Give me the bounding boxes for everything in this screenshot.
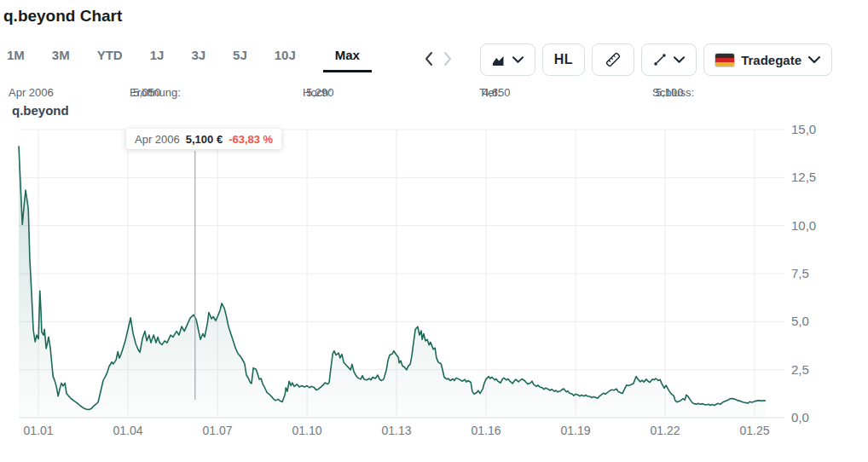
x-axis-label: 01.25: [739, 424, 769, 437]
x-axis-label: 01.01: [24, 424, 54, 437]
x-axis-label: 01.22: [650, 424, 680, 437]
x-axis-label: 01.16: [472, 424, 501, 437]
tooltip-price: 5,100 €: [186, 133, 223, 146]
chart-tooltip: Apr 2006 5,100 € -63,83 %: [126, 129, 281, 149]
y-axis-label: 15,0: [791, 122, 816, 136]
x-axis-label: 01.19: [561, 424, 591, 437]
x-axis-label: 01.13: [382, 424, 412, 437]
y-axis-label: 7,5: [791, 266, 809, 280]
y-axis-label: 10,0: [791, 218, 816, 233]
x-axis-label: 01.10: [292, 424, 322, 437]
area-fill: [19, 146, 766, 418]
qbeyond-chart-widget: q.beyond Chart 1M 3M YTD 1J 3J 5J 10J Ma…: [0, 0, 868, 462]
y-axis-label: 5,0: [791, 314, 809, 328]
y-axis-label: 12,5: [791, 170, 816, 184]
x-axis-label: 01.07: [203, 424, 233, 437]
y-axis-label: 0,0: [791, 410, 809, 424]
x-axis-label: 01.04: [113, 424, 143, 437]
y-axis-label: 2,5: [791, 362, 809, 377]
price-chart[interactable]: 0,02,55,07,510,012,515,001.0101.0401.070…: [0, 0, 868, 462]
tooltip-date: Apr 2006: [135, 133, 180, 146]
tooltip-change: -63,83 %: [229, 133, 273, 146]
